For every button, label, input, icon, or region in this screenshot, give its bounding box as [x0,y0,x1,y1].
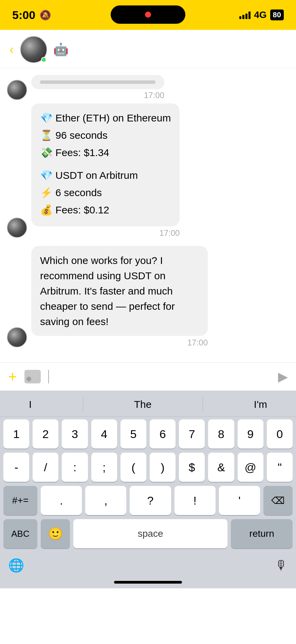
special-row: #+= . , ? ! ' ⌫ [3,486,293,515]
clock-time: 5:00 [12,8,35,22]
key-2[interactable]: 2 [33,419,58,449]
eth-time-label: ⏳ 96 seconds [40,128,108,143]
prev-bubble [31,75,164,89]
key-quote[interactable]: " [267,453,293,482]
key-comma[interactable]: , [85,486,126,515]
bottom-row: ABC 🙂 space return [3,519,293,548]
crypto-options-block: 💎 Ether (ETH) on Ethereum ⏳ 96 seconds 💸… [31,103,180,238]
send-button[interactable]: ▶ [278,369,288,384]
key-8[interactable]: 8 [208,419,234,449]
key-3[interactable]: 3 [62,419,88,449]
key-6[interactable]: 6 [150,419,175,449]
previous-message-stub: 17:00 [7,75,289,100]
symbol-row: - / : ; ( ) $ & @ " [3,453,293,482]
key-exclamation[interactable]: ! [174,486,216,515]
home-indicator [0,581,296,588]
signal-bar-4 [248,12,251,19]
recommendation-bubble: Which one works for you? I recommend usi… [31,246,208,336]
abc-key[interactable]: ABC [3,519,37,548]
status-right-group: 4G 80 [239,10,284,20]
home-bar [114,581,182,584]
status-time-group: 5:00 🔕 [12,8,51,22]
usdt-time-label: ⚡ 6 seconds [40,185,102,200]
recording-dot [145,12,151,18]
key-ampersand[interactable]: & [208,453,234,482]
recommendation-block: Which one works for you? I recommend usi… [31,246,208,347]
suggestion-divider-2 [203,397,203,412]
usdt-time-line: ⚡ 6 seconds [40,185,171,200]
key-period[interactable]: . [41,486,82,515]
image-icon [24,370,41,383]
usdt-label: 💎 USDT on Arbitrum [40,168,138,183]
key-close-paren[interactable]: ) [150,453,175,482]
keyboard-rows: 1 2 3 4 5 6 7 8 9 0 - / : ; ( ) $ & @ " … [0,417,296,548]
key-hashtag-button[interactable]: #+= [3,486,37,515]
key-7[interactable]: 7 [179,419,205,449]
suggestion-divider-1 [83,397,83,412]
keyboard-suggestions-bar: I The I'm [0,394,296,417]
input-bar: + ▶ [0,362,296,391]
delete-key[interactable]: ⌫ [263,486,293,515]
battery-indicator: 80 [270,10,284,20]
return-key[interactable]: return [231,519,293,548]
online-status-dot [41,57,47,62]
chat-header: ‹ 🤖 [0,30,296,68]
eth-line: 💎 Ether (ETH) on Ethereum [40,110,171,126]
key-semicolon[interactable]: ; [91,453,117,482]
key-9[interactable]: 9 [238,419,263,449]
keyboard: I The I'm 1 2 3 4 5 6 7 8 9 0 - / : ; ( … [0,391,296,588]
prev-timestamp: 17:00 [31,91,164,100]
dynamic-island [111,5,185,24]
usdt-fees-label: 💰 Fees: $0.12 [40,202,109,217]
emoji-key[interactable]: 🙂 [41,519,70,548]
microphone-icon[interactable]: 🎙 [275,558,288,573]
usdt-fees-line: 💰 Fees: $0.12 [40,202,171,217]
key-colon[interactable]: : [62,453,88,482]
usdt-line: 💎 USDT on Arbitrum [40,168,171,183]
space-key[interactable]: space [73,519,227,548]
eth-fees-label: 💸 Fees: $1.34 [40,145,109,160]
key-at[interactable]: @ [238,453,263,482]
keyboard-bottom-bar: 🌐 🎙 [0,552,296,581]
key-0[interactable]: 0 [267,419,293,449]
signal-bar-2 [242,15,244,19]
suggestion-im[interactable]: I'm [247,397,274,412]
chat-area: 17:00 💎 Ether (ETH) on Ethereum ⏳ 96 sec… [0,68,296,362]
recommendation-timestamp: 17:00 [31,338,208,347]
add-attachment-button[interactable]: + [8,369,17,384]
eth-label: 💎 Ether (ETH) on Ethereum [40,110,171,126]
suggestion-i[interactable]: I [22,397,38,412]
key-dollar[interactable]: $ [179,453,205,482]
back-button[interactable]: ‹ [10,43,14,56]
bot-avatar-crypto [7,217,27,238]
key-apostrophe[interactable]: ' [219,486,260,515]
globe-icon[interactable]: 🌐 [8,558,24,573]
signal-bar-3 [245,14,247,19]
bot-emoji-icon: 🤖 [53,43,69,56]
key-1[interactable]: 1 [3,419,29,449]
crypto-options-bubble: 💎 Ether (ETH) on Ethereum ⏳ 96 seconds 💸… [31,103,180,226]
key-slash[interactable]: / [33,453,58,482]
suggestion-the[interactable]: The [127,397,159,412]
eth-fees-line: 💸 Fees: $1.34 [40,145,171,160]
image-attachment-button[interactable] [23,369,42,384]
signal-bar-1 [239,16,241,19]
network-type: 4G [254,10,266,20]
contact-avatar-wrapper[interactable] [20,36,47,63]
key-4[interactable]: 4 [91,419,117,449]
bot-avatar-rec [7,327,27,347]
recommendation-row: Which one works for you? I recommend usi… [7,246,289,347]
notification-bell-icon: 🔕 [39,10,51,21]
prev-message-block: 17:00 [31,75,164,100]
bot-avatar-prev [7,80,27,100]
eth-time-line: ⏳ 96 seconds [40,128,171,143]
key-dash[interactable]: - [3,453,29,482]
key-question[interactable]: ? [130,486,171,515]
recommendation-text: Which one works for you? I recommend usi… [40,255,175,327]
status-bar: 5:00 🔕 4G 80 [0,0,296,30]
key-5[interactable]: 5 [121,419,146,449]
signal-bars-icon [239,11,251,19]
number-row: 1 2 3 4 5 6 7 8 9 0 [3,419,293,449]
key-open-paren[interactable]: ( [121,453,146,482]
message-input[interactable] [48,370,272,383]
